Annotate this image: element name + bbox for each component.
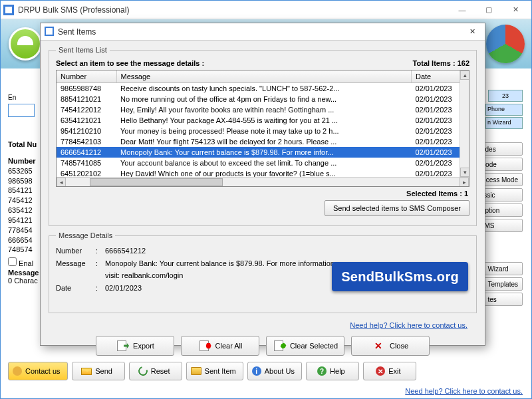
sent-items-list-legend: Sent Items List [56,46,110,54]
instruction-text: Select an item to see the message detail… [56,59,204,67]
horizontal-scrollbar[interactable]: ◂▸ [57,177,469,186]
svg-rect-3 [46,28,53,35]
minimize-button[interactable]: — [449,2,475,18]
cell-message: Receive discounts on tasty lunch special… [116,83,412,94]
bg-btn-23[interactable]: 23 [488,90,523,102]
sent-items-list-group: Sent Items List Select an item to see th… [49,46,477,226]
clear-all-button[interactable]: Clear All [181,336,259,356]
bg-btn-wizard2[interactable]: Wizard [483,262,523,275]
main-help-link[interactable]: Need help? Click here to contact us. [396,384,532,398]
table-row[interactable]: 7784542103Dear Matt! Your flight 754123 … [57,136,469,147]
detail-date-value: 02/01/2023 [105,282,142,295]
detail-number-value: 6666541212 [105,245,146,257]
message-details-legend: Message Details [56,231,115,239]
col-number[interactable]: Number [57,70,116,83]
bg-message-area: Message 0 Charac [8,269,39,285]
send-to-composer-button[interactable]: Send selected items to SMS Composer [325,200,469,216]
exit-icon: ✕ [376,366,385,376]
cell-message: Monopoly Bank: Your current balance is $… [116,147,412,158]
bg-btn-templates[interactable]: Templates [483,277,523,291]
detail-number-label: Number [56,245,96,257]
table-row[interactable]: 7485741085Your account balance is about … [57,158,469,168]
cell-number: 6666541212 [57,147,116,158]
number-col-header: Number [8,156,37,166]
app-title: DRPU Bulk SMS (Professional) [18,5,449,15]
detail-date-label: Date [56,282,96,295]
cell-number: 8854121021 [57,94,116,104]
bg-numbers-panel: Total Nu Number 653265 986598 854121 745… [8,140,37,269]
sent-item-button[interactable]: Sent Item [186,362,243,380]
dialog-close-button[interactable]: ✕ [464,25,481,39]
bg-num-row: 954121 [8,215,37,225]
table-row[interactable]: 6354121021Hello Bethany! Your package AX… [57,115,469,126]
bg-num-row: 635412 [8,205,37,215]
total-numbers-label: Total Nu [8,140,37,150]
selected-items: Selected Items : 1 [57,190,468,198]
envelope-icon [81,368,92,375]
person-icon [13,366,22,376]
watermark: SendBulkSms.org [332,262,468,291]
bg-btn-wizard[interactable]: n Wizard [485,117,523,129]
bg-num-row: 745412 [8,196,37,205]
bg-enter-area: En [8,93,32,117]
message-label: Message [8,269,39,277]
cell-number: 7784542103 [57,136,116,147]
cell-message: Your account balance is about to exceed … [116,158,412,168]
cell-number: 9865988748 [57,83,116,94]
clear-selected-button[interactable]: Clear Selected [266,336,344,356]
exit-button[interactable]: ✕Exit [363,362,416,380]
close-button[interactable]: ✕ [502,2,529,18]
svg-rect-1 [5,7,12,13]
android-icon [9,27,42,61]
dialog-icon [45,27,54,37]
bg-num-row: 666654 [8,235,37,245]
cell-message: Hello Bethany! Your package AX-484-555 i… [116,115,412,126]
close-icon: ✕ [372,340,384,352]
bg-num-row: 653265 [8,166,37,176]
enable-checkbox[interactable] [8,257,17,266]
reset-button[interactable]: Reset [129,362,182,380]
bg-num-row: 854121 [8,186,37,196]
info-icon: i [252,366,261,376]
table-row[interactable]: 8854121021No more running out of the off… [57,94,469,104]
help-button[interactable]: ?Help [306,362,359,380]
main-titlebar: DRPU Bulk SMS (Professional) — ▢ ✕ [1,1,531,19]
cell-number: 6354121021 [57,115,116,126]
reset-icon [136,364,149,377]
clear-all-icon [200,340,209,351]
bg-btn-phone[interactable]: Phone [485,104,523,116]
send-button[interactable]: Send [72,362,125,380]
detail-message-label: Message [56,257,96,282]
cell-number: 7485741085 [57,158,116,168]
chars-label: 0 Charac [8,277,39,285]
bg-num-row: 986598 [8,176,37,186]
vertical-scrollbar[interactable]: ▴▾ [460,70,469,177]
enter-label: En [8,94,16,101]
enter-input[interactable] [8,104,35,117]
close-dialog-button[interactable]: ✕Close [351,336,430,356]
items-table[interactable]: Number Message Date 9865988748Receive di… [56,70,469,187]
cell-message: No more running out of the office at 4pm… [116,94,412,104]
cell-message: Hey, Emily! All your favorite books are … [116,104,412,115]
folder-icon [191,367,201,375]
about-us-button[interactable]: iAbout Us [247,362,302,380]
cell-number: 9541210210 [57,126,116,136]
clear-selected-icon [274,340,283,351]
cell-message: Dear Matt! Your flight 754123 will be de… [116,136,412,147]
table-row[interactable]: 9541210210Your money is being processed!… [57,126,469,136]
total-items: Total Items : 162 [413,59,469,67]
contact-us-button[interactable]: Contact us [8,362,68,380]
bg-num-row: 778454 [8,225,37,235]
app-icon [3,5,14,15]
cell-message: Your money is being processed! Please no… [116,126,412,136]
table-row[interactable]: 7454122012Hey, Emily! All your favorite … [57,104,469,115]
table-row[interactable]: 9865988748Receive discounts on tasty lun… [57,83,469,94]
bg-num-row: 748574 [8,245,37,255]
dialog-help-link[interactable]: Need help? Click here to contact us. [49,319,477,332]
export-button[interactable]: Export [96,336,174,356]
bg-btn-tes[interactable]: tes [483,293,523,306]
col-message[interactable]: Message [116,70,412,83]
maximize-button[interactable]: ▢ [475,2,502,18]
pie-chart-icon [486,25,525,63]
table-row[interactable]: 6666541212Monopoly Bank: Your current ba… [57,147,469,158]
